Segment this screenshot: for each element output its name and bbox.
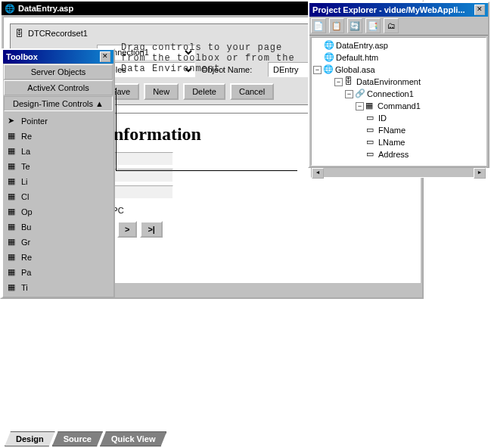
project-tree[interactable]: 🌐DataEntry.asp 🌐Default.htm −🌐Global.asa… xyxy=(311,37,486,166)
tool-item[interactable]: ▦Li xyxy=(5,174,112,189)
collapse-icon[interactable]: − xyxy=(313,66,322,74)
project-explorer-title: Project Explorer - vidue/MyWebAppli... xyxy=(312,5,474,14)
tab-design[interactable]: Design xyxy=(5,431,55,446)
new-button[interactable]: New xyxy=(144,83,179,100)
nav-next-button[interactable]: > xyxy=(117,221,137,238)
table-icon: ▦ xyxy=(365,101,376,111)
tool-item[interactable]: ▦La xyxy=(5,144,112,159)
horizontal-scrollbar[interactable] xyxy=(311,167,486,178)
window-icon: 🌐 xyxy=(5,4,15,14)
tool-item[interactable]: ▦Bu xyxy=(5,219,112,235)
field-icon: ▭ xyxy=(366,137,377,148)
tree-item-field[interactable]: ▭ID xyxy=(313,112,484,124)
toolbox-section-activex-controls[interactable]: ActiveX Controls xyxy=(4,80,113,95)
tree-item-global[interactable]: −🌐Global.asa xyxy=(313,64,484,76)
delete-button[interactable]: Delete xyxy=(183,83,225,100)
toolbar-button[interactable]: 📋 xyxy=(329,18,344,33)
project-explorer-titlebar[interactable]: Project Explorer - vidue/MyWebAppli... ✕ xyxy=(309,3,488,17)
tool-item[interactable]: ▦Ti xyxy=(5,280,112,295)
database-icon: 🗄 xyxy=(344,76,355,87)
control-icon: ▦ xyxy=(8,146,18,157)
nav-last-button[interactable]: >| xyxy=(140,221,163,238)
tool-item[interactable]: ▦Gr xyxy=(5,235,112,250)
recordset-name: DTCRecordset1 xyxy=(28,29,88,38)
control-icon: ▦ xyxy=(8,131,18,142)
control-icon: ▦ xyxy=(8,176,18,187)
tool-item[interactable]: ▦Op xyxy=(5,204,112,219)
tree-item-connection[interactable]: −🔗Connection1 xyxy=(313,88,484,100)
toolbox-titlebar[interactable]: Toolbox ✕ xyxy=(3,50,113,64)
control-icon: ▦ xyxy=(8,267,18,278)
cancel-button[interactable]: Cancel xyxy=(230,83,274,100)
control-icon: ▦ xyxy=(8,161,18,172)
toolbox-section-design-time-controls[interactable]: Design-Time Controls ▲ xyxy=(4,96,113,111)
chevron-up-icon: ▲ xyxy=(95,99,104,108)
htm-icon: 🌐 xyxy=(324,52,334,63)
collapse-icon[interactable]: − xyxy=(345,90,353,98)
field-icon: ▭ xyxy=(366,149,377,160)
collapse-icon[interactable]: − xyxy=(356,102,364,110)
toolbox-section-server-objects[interactable]: Server Objects xyxy=(4,64,113,79)
close-icon[interactable]: ✕ xyxy=(100,51,110,62)
project-explorer-toolbar: 📄 📋 🔄 📑 🗂 xyxy=(309,17,488,36)
tab-quick-view[interactable]: Quick View xyxy=(100,431,167,446)
toolbar-button[interactable]: 📑 xyxy=(365,18,381,33)
tool-item[interactable]: ▦Pa xyxy=(5,265,112,280)
tool-item[interactable]: ▦Re xyxy=(5,129,112,144)
toolbar-button[interactable]: 📄 xyxy=(311,18,326,33)
project-explorer-window: Project Explorer - vidue/MyWebAppli... ✕… xyxy=(308,2,489,168)
field-icon: ▭ xyxy=(366,113,377,123)
asp-icon: 🌐 xyxy=(324,40,334,51)
tree-item-field[interactable]: ▭LName xyxy=(313,136,484,148)
tool-item[interactable]: ▦Re xyxy=(5,250,112,265)
pointer-icon: ➤ xyxy=(8,116,18,126)
close-icon[interactable]: ✕ xyxy=(474,5,485,15)
control-icon: ▦ xyxy=(8,252,18,263)
tree-item-field[interactable]: ▭Address xyxy=(313,148,484,160)
control-icon: ▦ xyxy=(8,222,18,232)
tree-item-default[interactable]: 🌐Default.htm xyxy=(313,51,484,64)
control-icon: ▦ xyxy=(8,207,18,217)
tree-item-dataentry[interactable]: 🌐DataEntry.asp xyxy=(313,39,484,51)
control-icon: ▦ xyxy=(8,237,18,247)
tree-item-field[interactable]: ▭FName xyxy=(313,124,484,136)
toolbar-button[interactable]: 🗂 xyxy=(384,18,399,33)
toolbox-window: Toolbox ✕ Server Objects ActiveX Control… xyxy=(2,48,115,298)
recordset-icon: 🗄 xyxy=(15,29,23,38)
toolbox-title: Toolbox xyxy=(6,52,100,61)
tree-item-dataenv[interactable]: −🗄DataEnvironment xyxy=(313,76,484,88)
tool-pointer[interactable]: ➤Pointer xyxy=(5,114,112,129)
view-tabs: Design Source Quick View xyxy=(5,431,163,446)
control-icon: ▦ xyxy=(8,191,18,202)
tool-list: ➤Pointer ▦Re ▦La ▦Te ▦Li ▦Cl ▦Op ▦Bu ▦Gr… xyxy=(3,112,113,297)
control-icon: ▦ xyxy=(8,282,18,293)
toolbar-button[interactable]: 🔄 xyxy=(347,18,362,33)
annotation-text: Drag controls to your page from the tool… xyxy=(121,42,295,74)
connection-icon: 🔗 xyxy=(355,89,365,99)
asa-icon: 🌐 xyxy=(323,64,334,75)
tool-item[interactable]: ▦Cl xyxy=(5,189,112,204)
field-icon: ▭ xyxy=(366,125,377,135)
collapse-icon[interactable]: − xyxy=(334,78,343,86)
tool-item[interactable]: ▦Te xyxy=(5,159,112,174)
tab-source[interactable]: Source xyxy=(52,431,103,446)
tree-item-command[interactable]: −▦Command1 xyxy=(313,100,484,112)
